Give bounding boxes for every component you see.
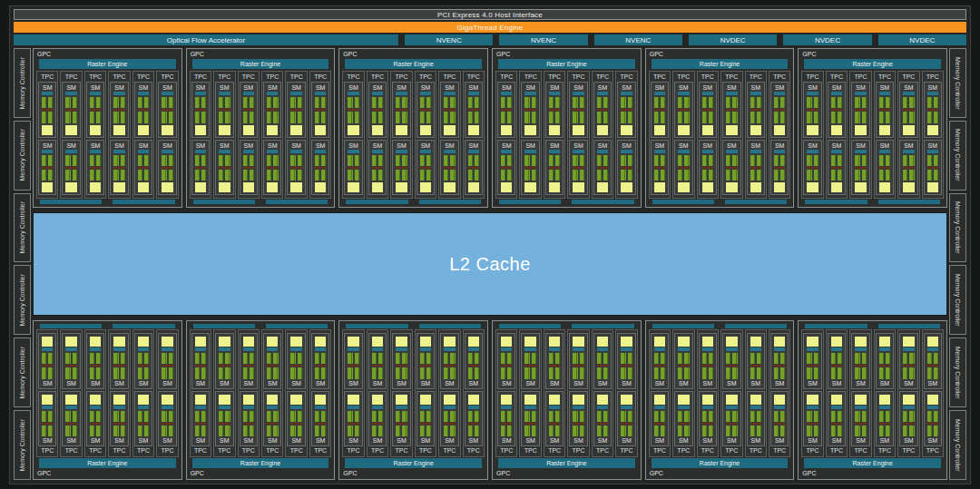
tpc-row: TPCSMSMTPCSMSMTPCSMSMTPCSMSMTPCSMSMTPCSM… <box>189 71 333 199</box>
tensor-core-row <box>372 423 383 425</box>
cuda-core-row <box>750 170 761 181</box>
cuda-core-row <box>42 97 53 108</box>
sm-cache-bar <box>831 182 842 192</box>
sm-cache-bar <box>831 337 842 347</box>
tensor-core-row <box>42 423 53 425</box>
pci-express-label: PCI Express 4.0 Host Interface <box>437 11 543 19</box>
tpc-block: TPCSMSM <box>108 71 130 199</box>
cuda-core-cell <box>909 411 914 422</box>
cuda-core-cell <box>201 155 206 166</box>
tpc-block: SMSMTPC <box>769 329 790 457</box>
tpc-label: TPC <box>86 73 104 82</box>
tpc-block: SMSMTPC <box>519 329 541 457</box>
sm-block: SM <box>899 391 917 447</box>
sm-block: SM <box>851 391 869 447</box>
sm-scheduler-bar <box>524 92 535 95</box>
cuda-core-cell <box>814 170 818 181</box>
cuda-core-cell <box>580 425 584 436</box>
sm-cache-bar <box>138 182 149 192</box>
cuda-core-cell <box>42 155 46 166</box>
nvdec-block: NVDEC <box>689 34 777 45</box>
cuda-core-row <box>903 155 914 166</box>
cuda-core-row <box>42 155 53 166</box>
sm-label: SM <box>64 379 77 387</box>
sm-block: SM <box>134 82 152 138</box>
cuda-core-cell <box>684 97 689 108</box>
sm-scheduler-bar <box>621 150 632 153</box>
sm-block: SM <box>617 391 635 447</box>
sm-block: SM <box>465 333 483 389</box>
optical-flow-accelerator-block: Optical Flow Accelerator <box>14 34 398 45</box>
tpc-block: SMSMTPC <box>567 329 589 457</box>
cuda-core-cell <box>372 367 377 378</box>
tensor-core-row <box>774 167 785 169</box>
sm-scheduler-bar <box>243 347 254 351</box>
sm-label: SM <box>572 379 584 387</box>
cuda-core-cell <box>113 170 118 181</box>
cuda-core-row <box>243 411 254 422</box>
sm-block: SM <box>651 391 669 447</box>
tpc-label: TPC <box>876 446 894 455</box>
tensor-core-row <box>702 109 713 111</box>
sm-label: SM <box>773 83 786 92</box>
sm-block: SM <box>521 391 539 447</box>
tensor-core-row <box>927 109 938 111</box>
rop-bar <box>652 324 714 328</box>
cuda-core-cell <box>573 411 577 422</box>
sm-block: SM <box>240 391 258 447</box>
cuda-core-cell <box>927 367 932 378</box>
sm-scheduler-bar <box>855 347 866 351</box>
gpc-block: GPCRaster EngineTPCSMSMTPCSMSMTPCSMSMTPC… <box>33 48 182 208</box>
tensor-core-row <box>267 423 278 425</box>
sm-block: SM <box>110 140 128 196</box>
cuda-core-row <box>774 112 785 122</box>
sm-cache-bar <box>524 395 535 405</box>
cuda-core-cell <box>298 155 302 166</box>
tpc-label: TPC <box>110 73 128 82</box>
sm-block: SM <box>440 333 458 389</box>
cuda-core-cell <box>468 97 473 108</box>
sm-block: SM <box>416 333 435 389</box>
cuda-core-row <box>468 425 479 436</box>
rop-bar <box>652 200 714 204</box>
sm-block: SM <box>191 391 210 447</box>
cuda-core-cell <box>732 367 737 378</box>
sm-scheduler-bar <box>831 150 842 153</box>
cuda-core-cell <box>321 97 326 108</box>
cuda-core-cell <box>144 411 149 422</box>
cuda-core-cell <box>709 425 713 436</box>
sm-block: SM <box>344 391 362 447</box>
cuda-core-cell <box>684 353 689 364</box>
sm-block: SM <box>368 140 387 196</box>
cuda-core-row <box>138 155 149 166</box>
sm-block: SM <box>62 82 80 138</box>
rop-bar <box>40 324 102 328</box>
cuda-core-row <box>879 353 890 364</box>
cuda-core-cell <box>862 353 867 364</box>
cuda-core-cell <box>654 411 659 422</box>
tpc-block: TPCSMSM <box>826 71 848 199</box>
sm-cache-bar <box>315 125 326 135</box>
cuda-core-cell <box>603 425 608 436</box>
sm-block: SM <box>240 333 258 389</box>
cuda-core-row <box>927 353 938 364</box>
cuda-core-row <box>501 367 512 378</box>
cuda-core-row <box>420 367 431 378</box>
sm-cache-bar <box>267 125 278 135</box>
gpc-row-top: GPCRaster EngineTPCSMSMTPCSMSMTPCSMSMTPC… <box>33 48 947 208</box>
cuda-core-cell <box>934 367 938 378</box>
cuda-core-cell <box>621 425 625 436</box>
sm-cache-bar <box>501 125 512 135</box>
cuda-core-row <box>444 155 455 166</box>
cuda-core-row <box>702 155 713 166</box>
sm-block: SM <box>545 82 564 138</box>
cuda-core-cell <box>580 97 584 108</box>
cuda-core-cell <box>144 155 149 166</box>
cuda-core-row <box>348 411 358 422</box>
cuda-core-cell <box>243 155 248 166</box>
raster-engine-bar: Raster Engine <box>804 59 941 69</box>
sm-block: SM <box>674 391 692 447</box>
gpu-die-diagram: { "header": { "pci_label": "PCI Express … <box>0 0 980 489</box>
cuda-core-cell <box>661 367 665 378</box>
sm-cache-bar <box>501 337 512 347</box>
